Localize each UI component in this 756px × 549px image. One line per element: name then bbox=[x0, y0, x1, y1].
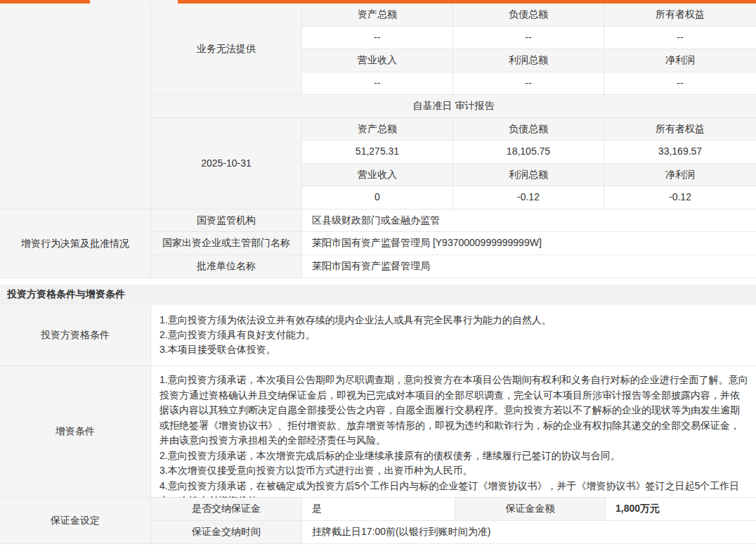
value-total-liabilities-na: -- bbox=[453, 27, 604, 50]
qualification-item: 2.意向投资方须具有良好支付能力。 bbox=[159, 328, 749, 342]
value-net-profit-na: -- bbox=[604, 72, 756, 96]
conditions-section-header: 投资方资格条件与增资条件 bbox=[0, 285, 756, 304]
investor-qualification-content: 1.意向投资方须为依法设立并有效存续的境内企业法人或具有完全民事行为能力的自然人… bbox=[151, 304, 756, 366]
label-capital-increase-terms: 增资条件 bbox=[0, 366, 151, 498]
header-total-assets: 资产总额 bbox=[302, 4, 453, 27]
capital-increase-terms-content: 1.意向投资方须承诺，本次项目公告期即为尽职调查期，意向投资方在本项目公告期间有… bbox=[151, 366, 756, 498]
header-total-assets: 资产总额 bbox=[302, 118, 453, 141]
terms-item: 3.本次增资仅接受意向投资方以货币方式进行出资，出资币种为人民币。 bbox=[159, 463, 749, 479]
label-approval-unit: 批准单位名称 bbox=[151, 255, 302, 278]
qualification-item: 3.本项目接受联合体投资。 bbox=[159, 342, 749, 357]
value-total-profit: -0.12 bbox=[453, 186, 604, 209]
label-deposit-settings: 保证金设定 bbox=[0, 498, 151, 544]
label-regulator: 国资监管机构 bbox=[151, 209, 302, 233]
conditions-section-title: 投资方资格条件与增资条件 bbox=[7, 288, 125, 299]
value-total-assets: 51,275.31 bbox=[302, 141, 453, 164]
label-deposit-amount: 保证金金额 bbox=[455, 498, 606, 521]
header-operating-revenue: 营业收入 bbox=[302, 164, 453, 187]
value-state-owner: 莱阳市国有资产监督管理局 [Y9370000999999999W] bbox=[302, 232, 756, 255]
header-total-liabilities: 负债总额 bbox=[453, 118, 604, 141]
label-investor-qualification: 投资方资格条件 bbox=[0, 304, 151, 366]
value-net-profit: -0.12 bbox=[604, 186, 756, 209]
value-operating-revenue: 0 bbox=[302, 186, 453, 209]
value-deposit-payment-time: 挂牌截止日17:00前(以银行到账时间为准) bbox=[302, 521, 756, 544]
label-deposit-required: 是否交纳保证金 bbox=[151, 498, 302, 521]
header-total-profit: 利润总额 bbox=[453, 49, 604, 72]
value-deposit-amount: 1,800万元 bbox=[606, 498, 756, 521]
header-net-profit: 净利润 bbox=[604, 164, 756, 187]
value-owners-equity: 33,169.57 bbox=[604, 141, 756, 164]
value-operating-revenue-na: -- bbox=[302, 72, 453, 96]
value-total-profit-na: -- bbox=[453, 72, 604, 96]
value-total-assets-na: -- bbox=[302, 27, 453, 50]
value-deposit-required: 是 bbox=[302, 498, 455, 521]
terms-item: 1.意向投资方须承诺，本次项目公告期即为尽职调查期，意向投资方在本项目公告期间有… bbox=[159, 373, 749, 448]
base-date-cell: 2025-10-31 bbox=[151, 118, 302, 209]
value-total-liabilities: 18,105.75 bbox=[453, 141, 604, 164]
label-deposit-payment-time: 保证金交纳时间 bbox=[151, 521, 302, 544]
listing-detail-page: 业务无法提供 资产总额 负债总额 所有者权益 -- -- -- 营业收入 利润总… bbox=[0, 0, 756, 549]
conditions-table: 投资方资格条件 1.意向投资方须为依法设立并有效存续的境内企业法人或具有完全民事… bbox=[0, 304, 756, 544]
value-owners-equity-na: -- bbox=[604, 27, 756, 50]
no-data-period-cell: 业务无法提供 bbox=[151, 4, 302, 95]
label-state-owner: 国家出资企业或主管部门名称 bbox=[151, 232, 302, 255]
header-owners-equity: 所有者权益 bbox=[604, 4, 756, 27]
header-total-liabilities: 负债总额 bbox=[453, 4, 604, 27]
terms-item: 2.意向投资方须承诺，本次增资完成后标的企业继续承接原有的债权债务，继续履行已签… bbox=[159, 448, 749, 464]
section-gap bbox=[0, 278, 756, 285]
audit-report-banner: 自基准日 审计报告 bbox=[151, 95, 756, 118]
header-owners-equity: 所有者权益 bbox=[604, 118, 756, 141]
value-approval-unit: 莱阳市国有资产监督管理局 bbox=[302, 255, 756, 278]
left-spacer-cell bbox=[0, 4, 151, 209]
approval-section-label: 增资行为决策及批准情况 bbox=[0, 209, 151, 278]
header-net-profit: 净利润 bbox=[604, 49, 756, 72]
header-total-profit: 利润总额 bbox=[453, 164, 604, 187]
deposit-settings-table: 保证金设定 是否交纳保证金 是 保证金金额 1,800万元 保证金交纳时间 挂牌… bbox=[0, 498, 756, 544]
header-operating-revenue: 营业收入 bbox=[302, 49, 453, 72]
qualification-item: 1.意向投资方须为依法设立并有效存续的境内企业法人或具有完全民事行为能力的自然人… bbox=[159, 313, 749, 328]
financial-approval-table: 业务无法提供 资产总额 负债总额 所有者权益 -- -- -- 营业收入 利润总… bbox=[0, 4, 756, 278]
value-regulator: 区县级财政部门或金融办监管 bbox=[302, 209, 756, 233]
